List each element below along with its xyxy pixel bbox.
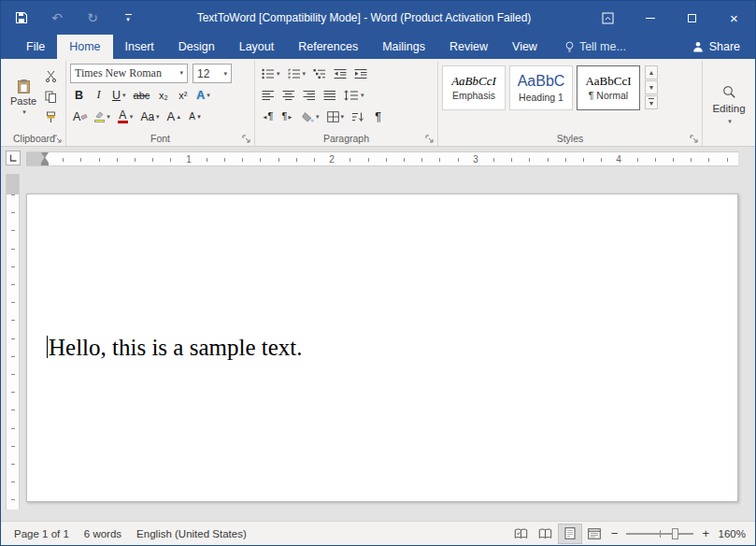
font-color-button[interactable]: A▾ bbox=[115, 107, 136, 126]
styles-scroll-down-icon[interactable]: ▼ bbox=[645, 80, 658, 94]
increase-indent-button[interactable] bbox=[351, 64, 370, 83]
decrease-indent-button[interactable] bbox=[331, 64, 349, 83]
font-group-label: Font bbox=[150, 133, 170, 144]
numbering-button[interactable]: ▾ bbox=[285, 64, 309, 83]
line-spacing-icon bbox=[344, 90, 359, 101]
minimize-button[interactable] bbox=[629, 1, 671, 35]
styles-scroll-up-icon[interactable]: ▲ bbox=[645, 65, 658, 79]
proofing-icon[interactable] bbox=[509, 524, 534, 544]
share-button[interactable]: Share bbox=[678, 35, 755, 59]
horizontal-ruler[interactable]: 1 2 3 4 bbox=[26, 151, 738, 166]
editing-button[interactable]: Editing ▾ bbox=[706, 63, 751, 146]
zoom-out-button[interactable]: − bbox=[606, 526, 623, 540]
line-spacing-button[interactable]: ▾ bbox=[341, 85, 367, 105]
clipboard-group-label: Clipboard bbox=[13, 133, 55, 144]
editing-label: Editing bbox=[712, 103, 745, 114]
clipboard-dialog-launcher[interactable] bbox=[52, 134, 62, 143]
qat-customize-icon[interactable]: ▾ bbox=[121, 8, 136, 27]
change-case-button[interactable]: Aa▾ bbox=[137, 107, 162, 126]
read-mode-icon[interactable] bbox=[534, 524, 558, 544]
window-controls: × bbox=[587, 1, 755, 35]
tab-review[interactable]: Review bbox=[437, 35, 500, 59]
left-indent-marker[interactable] bbox=[41, 163, 49, 165]
close-button[interactable]: × bbox=[713, 1, 755, 35]
font-size-select[interactable]: 12▾ bbox=[193, 64, 232, 83]
tab-references[interactable]: References bbox=[286, 35, 370, 59]
justify-button[interactable] bbox=[321, 85, 339, 105]
font-name-select[interactable]: Times New Roman▾ bbox=[70, 64, 188, 83]
shading-button[interactable]: ▾ bbox=[298, 107, 322, 126]
multilevel-list-button[interactable] bbox=[310, 64, 329, 83]
cut-icon[interactable] bbox=[42, 66, 60, 86]
titlebar: ↶ ↻ ▾ TextToWord [Compatibility Mode] - … bbox=[1, 1, 755, 35]
sort-button[interactable] bbox=[349, 107, 367, 126]
vertical-ruler[interactable] bbox=[6, 174, 20, 510]
word-count[interactable]: 6 words bbox=[77, 528, 129, 539]
ribbon-tab-strip: File Home Insert Design Layout Reference… bbox=[1, 35, 755, 59]
window-title: TextToWord [Compatibility Mode] - Word (… bbox=[141, 11, 587, 24]
document-area: Hello, this is a sample text. bbox=[1, 171, 755, 521]
vruler-active-area bbox=[7, 194, 19, 510]
grow-font-button[interactable]: A▲ bbox=[164, 107, 185, 126]
tab-selector[interactable] bbox=[6, 151, 21, 165]
undo-icon[interactable]: ↶ bbox=[50, 8, 64, 27]
styles-dialog-launcher[interactable] bbox=[689, 134, 698, 143]
subscript-button[interactable]: x₂ bbox=[154, 85, 172, 105]
align-right-icon bbox=[303, 90, 316, 101]
show-marks-button[interactable]: ¶ bbox=[369, 107, 387, 126]
tell-me-box[interactable]: Tell me... bbox=[564, 35, 626, 59]
align-left-button[interactable] bbox=[259, 85, 278, 105]
tab-view[interactable]: View bbox=[500, 35, 549, 59]
bold-button[interactable]: B bbox=[70, 85, 88, 105]
document-page[interactable]: Hello, this is a sample text. bbox=[26, 194, 738, 502]
tab-layout[interactable]: Layout bbox=[227, 35, 287, 59]
redo-icon[interactable]: ↻ bbox=[85, 8, 100, 27]
strikethrough-button[interactable]: abc bbox=[131, 85, 153, 105]
styles-more-icon[interactable]: ▼ bbox=[645, 95, 658, 109]
align-right-button[interactable] bbox=[300, 85, 319, 105]
document-text[interactable]: Hello, this is a sample text. bbox=[47, 335, 302, 361]
maximize-button[interactable] bbox=[671, 1, 713, 35]
underline-button[interactable]: U▾ bbox=[109, 85, 129, 105]
bullets-button[interactable]: ▾ bbox=[259, 64, 283, 83]
styles-group: AaBbCcI Emphasis AaBbC Heading 1 AaBbCcI… bbox=[438, 61, 703, 146]
copy-icon[interactable] bbox=[42, 87, 60, 107]
highlight-button[interactable]: ▾ bbox=[92, 107, 113, 126]
page-indicator[interactable]: Page 1 of 1 bbox=[7, 528, 77, 539]
tab-home[interactable]: Home bbox=[57, 35, 112, 59]
tab-file[interactable]: File bbox=[14, 35, 57, 59]
borders-button[interactable]: ▾ bbox=[324, 107, 348, 126]
zoom-slider-thumb[interactable] bbox=[672, 528, 678, 539]
multilevel-list-icon bbox=[313, 68, 326, 79]
save-icon[interactable] bbox=[14, 8, 29, 27]
tab-insert[interactable]: Insert bbox=[113, 35, 166, 59]
italic-button[interactable]: I bbox=[90, 85, 107, 105]
web-layout-icon[interactable] bbox=[582, 524, 606, 544]
paste-button[interactable]: Paste ▾ bbox=[7, 63, 40, 130]
align-center-button[interactable] bbox=[279, 85, 298, 105]
tab-design[interactable]: Design bbox=[166, 35, 227, 59]
style-sample: AaBbCcI bbox=[585, 75, 631, 87]
rtl-direction-button[interactable]: ¶▶ bbox=[278, 107, 296, 126]
print-layout-icon[interactable] bbox=[558, 524, 582, 544]
paragraph-dialog-launcher[interactable] bbox=[424, 134, 434, 143]
ltr-direction-button[interactable]: ◀¶ bbox=[259, 107, 277, 126]
zoom-in-button[interactable]: + bbox=[697, 526, 714, 540]
font-dialog-launcher[interactable] bbox=[241, 134, 250, 143]
superscript-button[interactable]: x² bbox=[174, 85, 192, 105]
format-painter-icon[interactable] bbox=[42, 108, 60, 127]
style-heading1[interactable]: AaBbC Heading 1 bbox=[509, 65, 573, 110]
decrease-indent-icon bbox=[334, 68, 347, 79]
eraser-icon bbox=[81, 113, 88, 119]
tab-stop-icon bbox=[8, 153, 18, 163]
style-emphasis[interactable]: AaBbCcI Emphasis bbox=[442, 65, 506, 110]
style-normal[interactable]: AaBbCcI ¶ Normal bbox=[577, 65, 640, 110]
ribbon-display-options-icon[interactable] bbox=[587, 1, 629, 35]
zoom-level[interactable]: 160% bbox=[714, 528, 749, 539]
tab-mailings[interactable]: Mailings bbox=[370, 35, 437, 59]
text-effects-button[interactable]: A▾ bbox=[193, 85, 213, 105]
language-indicator[interactable]: English (United States) bbox=[129, 528, 254, 539]
zoom-slider[interactable] bbox=[626, 533, 693, 535]
clear-formatting-button[interactable]: A bbox=[70, 107, 90, 126]
shrink-font-button[interactable]: A▼ bbox=[186, 107, 205, 126]
